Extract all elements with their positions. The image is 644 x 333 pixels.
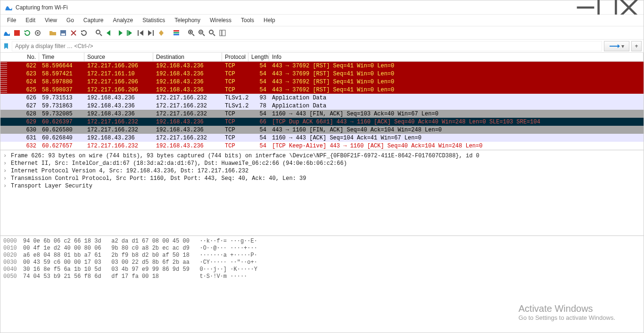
- packet-row[interactable]: 62358.597421172.217.161.10192.168.43.236…: [0, 70, 644, 78]
- expand-icon[interactable]: ›: [3, 160, 8, 167]
- expand-icon[interactable]: ›: [3, 175, 8, 182]
- cell-length: 54: [248, 63, 269, 69]
- cell-destination: 192.168.43.236: [153, 87, 222, 93]
- cell-info: 1160 → 443 [ACK] Seq=104 Ack=41 Win=67 L…: [269, 135, 644, 141]
- packet-row[interactable]: 62759.731863192.168.43.236172.217.166.23…: [0, 102, 644, 110]
- cell-info: [TCP Dup ACK 66#1] 443 → 1160 [ACK] Seq=…: [269, 119, 644, 125]
- close-file-icon[interactable]: [69, 29, 78, 37]
- colorize-icon[interactable]: [172, 29, 181, 37]
- row-stub: [0, 118, 7, 126]
- detail-line[interactable]: Frame 626: 93 bytes on wire (744 bits), …: [11, 152, 479, 160]
- packet-row[interactable]: 62960.626397172.217.166.232192.168.43.23…: [0, 118, 644, 126]
- menu-file[interactable]: File: [2, 15, 21, 25]
- cell-protocol: TCP: [222, 143, 248, 149]
- save-file-icon[interactable]: [59, 29, 67, 37]
- packet-row[interactable]: 62859.732085192.168.43.236172.217.166.23…: [0, 110, 644, 118]
- col-info[interactable]: Info: [269, 53, 644, 61]
- menu-help[interactable]: Help: [259, 15, 280, 25]
- find-packet-icon[interactable]: [95, 29, 103, 37]
- row-stub: [0, 86, 7, 94]
- cell-info: 443 → 37692 [RST] Seq=41 Win=0 Len=0: [269, 63, 644, 69]
- expand-icon[interactable]: ›: [3, 167, 8, 175]
- filterbar: ▾ +: [0, 40, 644, 53]
- apply-filter-button[interactable]: ▾: [604, 41, 629, 51]
- cell-no: 626: [7, 95, 39, 101]
- cell-protocol: TCP: [222, 87, 248, 93]
- goto-first-icon[interactable]: [136, 29, 145, 37]
- open-file-icon[interactable]: [49, 29, 57, 37]
- svg-point-6: [96, 30, 100, 34]
- cell-source: 192.168.43.236: [84, 135, 153, 141]
- menu-capture[interactable]: Capture: [79, 15, 108, 25]
- add-filter-button[interactable]: +: [631, 41, 642, 51]
- zoom-out-icon[interactable]: [198, 29, 206, 37]
- hex-line[interactable]: 004030 16 8e f5 6a 1b 10 5d 03 4b 97 e9 …: [3, 266, 644, 273]
- cell-length: 93: [248, 95, 269, 101]
- col-protocol[interactable]: Protocol: [222, 53, 248, 61]
- maximize-button[interactable]: [596, 0, 618, 15]
- zoom-reset-icon[interactable]: [208, 29, 216, 37]
- packet-row[interactable]: 63060.626580172.217.166.232192.168.43.23…: [0, 126, 644, 134]
- hex-line[interactable]: 000094 0e 6b 06 c2 66 18 3d a2 da d1 67 …: [3, 238, 644, 245]
- packet-row[interactable]: 63160.626840192.168.43.236172.217.166.23…: [0, 134, 644, 142]
- menu-view[interactable]: View: [40, 15, 62, 25]
- row-stub: [0, 102, 7, 110]
- menu-edit[interactable]: Edit: [21, 15, 40, 25]
- menu-go[interactable]: Go: [62, 15, 79, 25]
- bookmark-icon[interactable]: [2, 42, 10, 50]
- col-destination[interactable]: Destination: [153, 53, 222, 61]
- toolbar: [0, 26, 644, 40]
- cell-length: 54: [248, 135, 269, 141]
- packet-row[interactable]: 62258.596644172.217.166.206192.168.43.23…: [0, 62, 644, 70]
- col-no[interactable]: No.: [0, 53, 39, 61]
- zoom-in-icon[interactable]: [187, 29, 196, 37]
- detail-line[interactable]: Transmission Control Protocol, Src Port:…: [11, 175, 306, 182]
- hex-line[interactable]: 001000 4f 1e d2 40 00 80 06 9b 80 c0 a8 …: [3, 245, 644, 252]
- minimize-button[interactable]: [575, 0, 596, 15]
- capture-options-icon[interactable]: [33, 29, 42, 37]
- expand-icon[interactable]: ›: [3, 152, 8, 160]
- cell-protocol: TCP: [222, 127, 248, 133]
- auto-scroll-icon[interactable]: [157, 29, 165, 37]
- expand-icon[interactable]: ›: [3, 182, 8, 190]
- goto-packet-icon[interactable]: [126, 29, 134, 37]
- menu-wireless[interactable]: Wireless: [205, 15, 236, 25]
- start-capture-icon[interactable]: [2, 29, 11, 37]
- packet-row[interactable]: 62458.597880172.217.166.206192.168.43.23…: [0, 78, 644, 86]
- detail-line[interactable]: Ethernet II, Src: IntelCor_da:d1:67 (18:…: [11, 160, 347, 167]
- hex-line[interactable]: 005074 04 53 b9 21 56 f8 6d df 17 fa 00 …: [3, 273, 644, 280]
- cell-source: 192.168.43.236: [84, 95, 153, 101]
- packet-details[interactable]: ›Frame 626: 93 bytes on wire (744 bits),…: [0, 150, 644, 236]
- packet-row[interactable]: 63260.627657172.217.166.232192.168.43.23…: [0, 142, 644, 150]
- packet-row[interactable]: 62558.598037172.217.166.206192.168.43.23…: [0, 86, 644, 94]
- restart-capture-icon[interactable]: [23, 29, 32, 37]
- svg-rect-16: [220, 30, 222, 36]
- close-button[interactable]: [618, 0, 640, 15]
- cell-source: 172.217.166.206: [84, 79, 153, 85]
- hex-line[interactable]: 003000 43 59 c6 00 00 17 03 03 00 22 d5 …: [3, 259, 644, 266]
- stop-capture-icon[interactable]: [13, 29, 21, 37]
- cell-length: 54: [248, 127, 269, 133]
- go-back-icon[interactable]: [105, 29, 114, 37]
- menu-analyze[interactable]: Analyze: [108, 15, 138, 25]
- col-time[interactable]: Time: [39, 53, 84, 61]
- svg-rect-11: [173, 32, 179, 33]
- display-filter-input[interactable]: [12, 41, 602, 51]
- packet-row[interactable]: 62659.731513192.168.43.236172.217.166.23…: [0, 94, 644, 102]
- detail-line[interactable]: Transport Layer Security: [11, 182, 92, 190]
- menu-statistics[interactable]: Statistics: [138, 15, 170, 25]
- resize-columns-icon[interactable]: [218, 29, 227, 37]
- col-source[interactable]: Source: [84, 53, 153, 61]
- col-length[interactable]: Length: [248, 53, 269, 61]
- reload-icon[interactable]: [80, 29, 88, 37]
- cell-info: 443 → 1160 [FIN, ACK] Seq=40 Ack=104 Win…: [269, 127, 644, 133]
- goto-last-icon[interactable]: [147, 29, 155, 37]
- menu-tools[interactable]: Tools: [236, 15, 259, 25]
- menu-telephony[interactable]: Telephony: [170, 15, 205, 25]
- packet-bytes[interactable]: 000094 0e 6b 06 c2 66 18 3d a2 da d1 67 …: [0, 236, 644, 333]
- cell-source: 172.217.166.232: [84, 119, 153, 125]
- hex-line[interactable]: 0020a6 e8 04 88 01 bb a7 61 2b f9 b8 d2 …: [3, 252, 644, 259]
- go-forward-icon[interactable]: [116, 29, 124, 37]
- cell-length: 54: [248, 111, 269, 117]
- detail-line[interactable]: Internet Protocol Version 4, Src: 192.16…: [11, 167, 248, 175]
